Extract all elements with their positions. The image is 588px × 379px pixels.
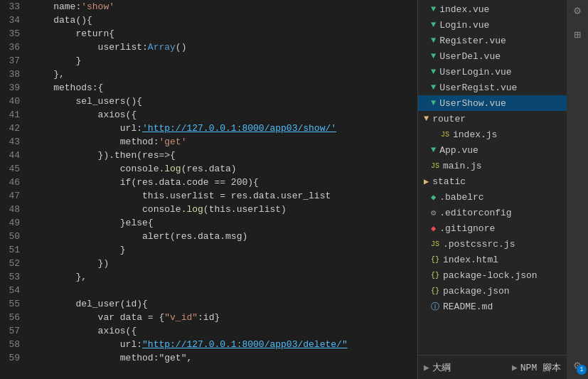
line-number: 59 bbox=[6, 351, 20, 365]
notification-badge: 1 bbox=[577, 365, 587, 375]
file-item-package-json[interactable]: {}package.json bbox=[418, 283, 567, 299]
code-line: return{ bbox=[28, 27, 417, 41]
folder-icon: ▶ bbox=[424, 176, 429, 187]
code-line bbox=[28, 284, 417, 297]
line-number: 39 bbox=[6, 81, 20, 95]
line-number: 43 bbox=[6, 135, 20, 149]
file-item-app-vue[interactable]: ▼App.vue bbox=[418, 142, 567, 158]
file-label: static bbox=[432, 176, 466, 187]
line-number: 45 bbox=[6, 162, 20, 176]
line-number: 56 bbox=[6, 311, 20, 324]
file-item-postcssrc-js[interactable]: JS.postcssrc.js bbox=[418, 236, 567, 252]
code-line: name:'show' bbox=[28, 0, 417, 14]
line-numbers: 3334353637383940414243444546474849505152… bbox=[0, 0, 28, 379]
vue-icon: ▼ bbox=[431, 51, 436, 61]
file-item-static-folder[interactable]: ▶static bbox=[418, 174, 567, 189]
file-item-index-html[interactable]: {}index.html bbox=[418, 252, 567, 267]
file-item-router-index-js[interactable]: JSindex.js bbox=[418, 127, 567, 142]
line-number: 54 bbox=[6, 284, 20, 297]
code-lines[interactable]: name:'show' data(){ return{ userlist:Arr… bbox=[28, 0, 417, 379]
settings-icon[interactable]: ⚙ bbox=[570, 3, 585, 18]
file-label: .postcssrc.js bbox=[443, 239, 515, 250]
line-number: 40 bbox=[6, 95, 20, 108]
file-label: UserRegist.vue bbox=[439, 82, 517, 93]
code-line: userlist:Array() bbox=[28, 41, 417, 54]
line-number: 58 bbox=[6, 338, 20, 351]
git-icon: ◆ bbox=[431, 223, 436, 234]
file-label: router bbox=[432, 114, 466, 124]
code-line: var data = {"v_id":id} bbox=[28, 311, 417, 324]
code-line: method:"get", bbox=[28, 351, 417, 365]
code-line: methods:{ bbox=[28, 81, 417, 95]
outline-item[interactable]: ▶ 大綱 bbox=[424, 361, 451, 374]
code-line: sel_users(){ bbox=[28, 95, 417, 108]
code-line: }) bbox=[28, 257, 417, 270]
code-line: } bbox=[28, 54, 417, 68]
line-number: 33 bbox=[6, 0, 20, 14]
sidebar-bottom: ▶ 大綱 ▶ NPM 腳本 bbox=[418, 355, 567, 379]
code-line: axios({ bbox=[28, 108, 417, 122]
file-label: .babelrc bbox=[439, 192, 483, 203]
notification-icon[interactable]: ⚙ 1 bbox=[570, 358, 585, 373]
file-item-main-js[interactable]: JSmain.js bbox=[418, 158, 567, 174]
file-label: index.vue bbox=[439, 4, 489, 15]
chevron-right-icon: ▶ bbox=[424, 362, 429, 373]
file-item-readme-md[interactable]: ⓘREADME.md bbox=[418, 299, 567, 314]
line-number: 50 bbox=[6, 230, 20, 243]
file-item-userregist-vue[interactable]: ▼UserRegist.vue bbox=[418, 80, 567, 95]
line-number: 55 bbox=[6, 297, 20, 311]
js-icon: JS bbox=[431, 240, 439, 248]
file-label: index.js bbox=[453, 129, 497, 140]
file-label: main.js bbox=[443, 161, 482, 171]
vue-icon: ▼ bbox=[431, 20, 436, 30]
file-item-userdel-vue[interactable]: ▼UserDel.vue bbox=[418, 48, 567, 64]
file-item-gitignore[interactable]: ◆.gitignore bbox=[418, 220, 567, 236]
outline-label: 大綱 bbox=[432, 361, 451, 374]
code-line: data(){ bbox=[28, 14, 417, 27]
file-label: package-lock.json bbox=[443, 270, 538, 281]
code-line: method:'get' bbox=[28, 135, 417, 149]
code-line: }, bbox=[28, 270, 417, 284]
file-label: .gitignore bbox=[439, 223, 495, 234]
file-item-package-lock-json[interactable]: {}package-lock.json bbox=[418, 267, 567, 283]
file-label: README.md bbox=[443, 301, 493, 312]
line-number: 37 bbox=[6, 54, 20, 68]
line-number: 48 bbox=[6, 203, 20, 216]
vue-icon: ▼ bbox=[431, 98, 436, 108]
bracket-icon: {} bbox=[431, 272, 439, 279]
file-tree[interactable]: ▼index.vue▼Login.vue▼Register.vue▼UserDe… bbox=[418, 0, 567, 355]
file-item-register-vue[interactable]: ▼Register.vue bbox=[418, 33, 567, 48]
file-label: UserLogin.vue bbox=[439, 67, 511, 78]
code-line: console.log(res.data) bbox=[28, 162, 417, 176]
file-item-userlogin-vue[interactable]: ▼UserLogin.vue bbox=[418, 64, 567, 80]
js-icon: JS bbox=[441, 131, 449, 139]
grid-icon[interactable]: ⊞ bbox=[570, 27, 585, 43]
vue-icon: ▼ bbox=[431, 67, 436, 77]
code-line: }).then(res=>{ bbox=[28, 149, 417, 162]
line-number: 57 bbox=[6, 324, 20, 338]
info-icon: ⓘ bbox=[431, 301, 439, 313]
vue-icon: ▼ bbox=[431, 36, 436, 46]
code-container: 3334353637383940414243444546474849505152… bbox=[0, 0, 417, 379]
file-item-router-folder[interactable]: ▼router bbox=[418, 111, 567, 127]
code-line: console.log(this.userlist) bbox=[28, 203, 417, 216]
file-label: .editorconfig bbox=[439, 208, 511, 218]
chevron-right-icon2: ▶ bbox=[512, 362, 518, 373]
code-line: } bbox=[28, 243, 417, 257]
editor-area: 3334353637383940414243444546474849505152… bbox=[0, 0, 417, 379]
code-line: axios({ bbox=[28, 324, 417, 338]
code-line: }, bbox=[28, 68, 417, 81]
file-item-index-vue[interactable]: ▼index.vue bbox=[418, 1, 567, 17]
file-label: index.html bbox=[443, 255, 498, 265]
file-item-editorconfig[interactable]: ⚙.editorconfig bbox=[418, 205, 567, 220]
file-item-login-vue[interactable]: ▼Login.vue bbox=[418, 17, 567, 33]
line-number: 41 bbox=[6, 108, 20, 122]
vue-icon: ▼ bbox=[431, 4, 436, 14]
code-line: if(res.data.code == 200){ bbox=[28, 176, 417, 189]
npm-scripts-item[interactable]: ▶ NPM 腳本 bbox=[512, 361, 561, 374]
file-item-usershow-vue[interactable]: ▼UserShow.vue bbox=[418, 95, 567, 111]
file-label: Register.vue bbox=[439, 36, 506, 46]
file-item-babelrc[interactable]: ◆.babelrc bbox=[418, 189, 567, 205]
line-number: 46 bbox=[6, 176, 20, 189]
npm-scripts-label: NPM 腳本 bbox=[520, 361, 561, 374]
